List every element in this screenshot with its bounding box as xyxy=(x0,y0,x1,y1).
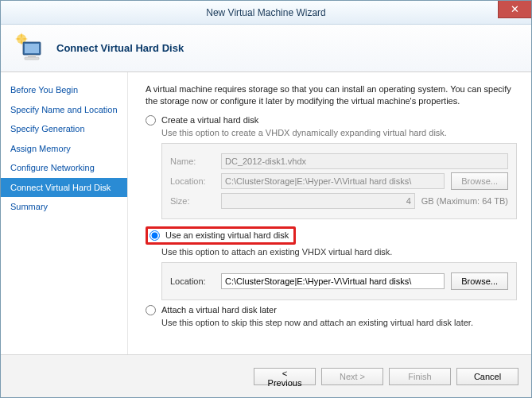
create-size-unit: GB (Maximum: 64 TB) xyxy=(421,196,508,206)
option-create-label: Create a virtual hard disk xyxy=(161,115,258,125)
create-size-label: Size: xyxy=(170,196,215,206)
close-icon: ✕ xyxy=(511,4,519,14)
option-existing[interactable]: Use an existing virtual hard disk xyxy=(150,230,289,241)
existing-location-input[interactable] xyxy=(221,273,445,289)
create-browse-button: Browse... xyxy=(451,172,508,190)
highlight-box: Use an existing virtual hard disk xyxy=(146,226,296,245)
close-button[interactable]: ✕ xyxy=(498,1,531,18)
svg-rect-2 xyxy=(25,44,39,53)
existing-form: Location: Browse... xyxy=(161,262,517,300)
main-panel: A virtual machine requires storage so th… xyxy=(128,72,531,355)
sidebar-item-configure-networking[interactable]: Configure Networking xyxy=(1,158,127,178)
option-later-desc: Use this option to skip this step now an… xyxy=(161,318,517,327)
window-title: New Virtual Machine Wizard xyxy=(206,7,326,18)
option-create[interactable]: Create a virtual hard disk xyxy=(146,115,517,126)
option-later-label: Attach a virtual hard disk later xyxy=(161,305,277,315)
sidebar-item-before-you-begin[interactable]: Before You Begin xyxy=(1,80,127,100)
create-location-label: Location: xyxy=(170,176,215,186)
option-existing-desc: Use this option to attach an existing VH… xyxy=(161,247,517,257)
svg-rect-3 xyxy=(28,55,36,57)
sidebar-item-specify-name[interactable]: Specify Name and Location xyxy=(1,100,127,120)
wizard-footer: < Previous Next > Finish Cancel xyxy=(1,354,531,397)
page-title: Connect Virtual Hard Disk xyxy=(56,42,184,54)
svg-rect-4 xyxy=(25,57,39,60)
wizard-header: Connect Virtual Hard Disk xyxy=(1,25,531,72)
wizard-window: New Virtual Machine Wizard ✕ Connect Vir… xyxy=(0,0,532,398)
sidebar-item-assign-memory[interactable]: Assign Memory xyxy=(1,139,127,159)
option-existing-label: Use an existing virtual hard disk xyxy=(165,230,289,240)
create-size-input xyxy=(221,193,415,209)
vm-icon xyxy=(12,31,47,66)
radio-create[interactable] xyxy=(146,115,156,126)
radio-existing[interactable] xyxy=(150,230,160,241)
radio-later[interactable] xyxy=(146,305,156,315)
sidebar-item-summary[interactable]: Summary xyxy=(1,197,127,217)
create-name-label: Name: xyxy=(170,156,215,166)
intro-text: A virtual machine requires storage so th… xyxy=(146,83,517,107)
previous-button[interactable]: < Previous xyxy=(254,368,316,385)
option-create-desc: Use this option to create a VHDX dynamic… xyxy=(161,128,517,137)
sidebar-item-specify-generation[interactable]: Specify Generation xyxy=(1,119,127,139)
existing-browse-button[interactable]: Browse... xyxy=(451,272,508,290)
create-name-input xyxy=(221,153,508,169)
finish-button: Finish xyxy=(389,368,451,385)
sidebar-item-connect-vhd[interactable]: Connect Virtual Hard Disk xyxy=(1,178,127,198)
next-button: Next > xyxy=(321,368,383,385)
titlebar: New Virtual Machine Wizard ✕ xyxy=(1,1,531,25)
cancel-button[interactable]: Cancel xyxy=(456,368,518,385)
create-location-input xyxy=(221,173,445,189)
wizard-sidebar: Before You Begin Specify Name and Locati… xyxy=(1,72,128,355)
existing-location-label: Location: xyxy=(170,276,215,286)
create-form: Name: Location: Browse... Size: GB (Maxi… xyxy=(161,143,517,219)
option-later[interactable]: Attach a virtual hard disk later xyxy=(146,305,517,315)
